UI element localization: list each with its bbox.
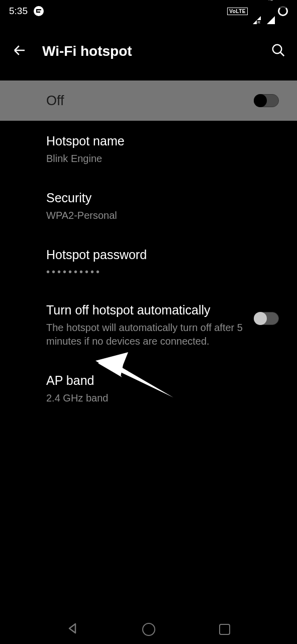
- nav-home-button[interactable]: [142, 623, 155, 636]
- nav-back-button[interactable]: [67, 622, 79, 636]
- hotspot-master-toggle[interactable]: [254, 94, 279, 107]
- setting-title: AP band: [46, 372, 279, 389]
- status-right: VoLTE R 4G+: [227, 6, 288, 17]
- auto-off-toggle[interactable]: [254, 312, 279, 325]
- signal-2-icon: 4G+: [267, 6, 275, 17]
- status-left: 5:35: [9, 6, 44, 17]
- nav-back-icon: [67, 622, 79, 634]
- clock: 5:35: [9, 6, 28, 17]
- toggle-knob: [254, 94, 267, 107]
- system-nav-bar: [0, 615, 297, 644]
- setting-title: Hotspot name: [46, 133, 279, 150]
- loading-icon: [278, 6, 288, 16]
- setting-auto-off[interactable]: Turn off hotspot automatically The hotsp…: [46, 290, 297, 360]
- setting-password[interactable]: Hotspot password ••••••••••: [46, 234, 297, 290]
- back-button[interactable]: [12, 43, 27, 60]
- signal-1-icon: R: [253, 6, 261, 17]
- password-mask: ••••••••••: [46, 266, 279, 278]
- search-icon: [271, 43, 286, 58]
- setting-value: 2.4 GHz band: [46, 391, 279, 405]
- setting-description: The hotspot will automatically turn off …: [46, 321, 244, 348]
- notification-icon: [34, 6, 44, 16]
- page-title: Wi-Fi hotspot: [42, 43, 256, 59]
- arrow-left-icon: [12, 43, 27, 58]
- setting-hotspot-name[interactable]: Hotspot name Blink Engine: [46, 121, 297, 178]
- setting-title: Security: [46, 190, 279, 207]
- setting-value: WPA2-Personal: [46, 209, 279, 222]
- setting-title: Turn off hotspot automatically: [46, 302, 244, 319]
- search-button[interactable]: [271, 43, 286, 60]
- setting-value: Blink Engine: [46, 152, 279, 166]
- toggle-knob: [254, 312, 267, 325]
- setting-security[interactable]: Security WPA2-Personal: [46, 178, 297, 234]
- setting-ap-band[interactable]: AP band 2.4 GHz band: [46, 360, 297, 417]
- setting-title: Hotspot password: [46, 247, 279, 264]
- status-bar: 5:35 VoLTE R 4G+: [0, 0, 297, 22]
- hotspot-state-label: Off: [46, 93, 64, 109]
- hotspot-master-toggle-row[interactable]: Off: [0, 80, 297, 121]
- nav-recent-button[interactable]: [219, 624, 230, 635]
- settings-list: Hotspot name Blink Engine Security WPA2-…: [0, 121, 297, 417]
- app-header: Wi-Fi hotspot: [0, 22, 297, 80]
- svg-point-0: [273, 45, 282, 54]
- volte-badge: VoLTE: [227, 8, 248, 15]
